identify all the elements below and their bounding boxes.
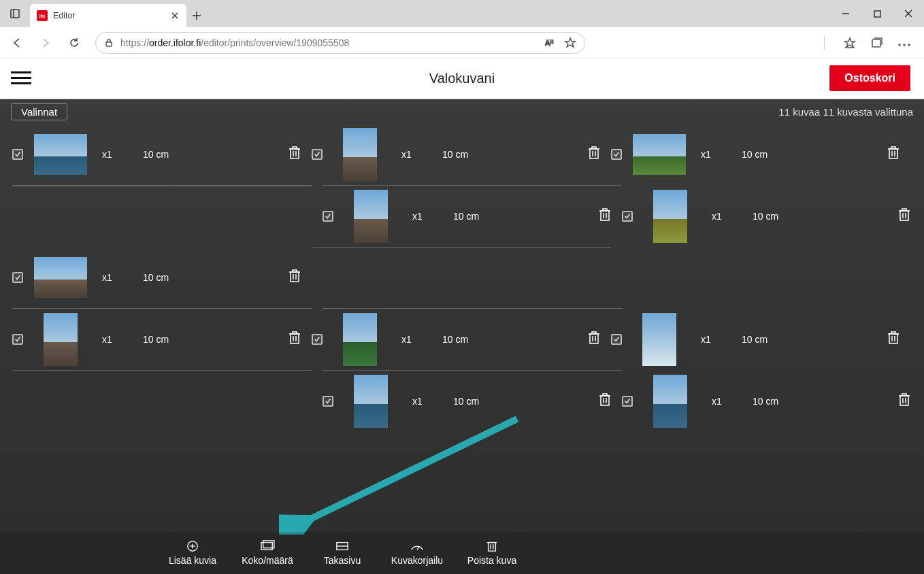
thumbnail[interactable] (642, 313, 676, 366)
menu-icon[interactable] (11, 68, 31, 88)
svg-rect-67 (900, 396, 908, 405)
thumbnail[interactable] (354, 375, 388, 428)
delete-item-button[interactable] (599, 208, 611, 224)
trash-icon (887, 331, 900, 345)
refresh-button[interactable] (61, 30, 87, 56)
photo-item: x1 10 cm (306, 309, 606, 370)
back-button[interactable] (4, 30, 30, 56)
delete-item-button[interactable] (887, 331, 900, 348)
svg-rect-32 (601, 211, 609, 220)
add-images-button[interactable]: Lisää kuvia (163, 540, 222, 566)
thumbnail[interactable] (653, 190, 687, 243)
delete-item-button[interactable] (898, 393, 910, 409)
photo-item: x1 10 cm (7, 309, 306, 370)
more-icon[interactable] (898, 44, 910, 46)
select-checkbox[interactable] (312, 149, 323, 160)
read-aloud-icon[interactable]: A⁾⁾ (545, 37, 557, 49)
quantity-label: x1 (701, 334, 742, 345)
delete-button[interactable]: Poista kuva (463, 540, 521, 566)
minimize-button[interactable] (830, 0, 861, 27)
maximize-button[interactable] (861, 0, 893, 27)
photo-item: x1 10 cm (616, 371, 916, 432)
select-checkbox[interactable] (312, 334, 323, 345)
new-tab-button[interactable] (186, 4, 207, 27)
app-header: Valokuvani Ostoskori (0, 58, 924, 99)
trash-icon (898, 208, 910, 222)
photo-item: x1 10 cm (317, 186, 616, 247)
size-label: 10 cm (453, 396, 514, 407)
svg-rect-13 (872, 39, 880, 47)
thumbnail[interactable] (343, 313, 377, 366)
select-checkbox[interactable] (12, 334, 23, 345)
photo-item: x1 10 cm (7, 247, 306, 308)
quantity-label: x1 (102, 149, 143, 160)
trash-icon (599, 208, 611, 222)
select-checkbox[interactable] (12, 149, 23, 160)
svg-rect-47 (291, 334, 299, 343)
collections-icon[interactable] (871, 37, 883, 49)
select-checkbox[interactable] (611, 149, 622, 160)
quantity-label: x1 (412, 211, 453, 222)
svg-rect-0 (11, 10, 19, 18)
photo-item: x1 10 cm (317, 371, 616, 432)
backside-button[interactable]: Takasivu (313, 540, 372, 566)
main-area: Valinnat 11 kuvaa 11 kuvasta valittuna x… (0, 99, 924, 574)
favorite-icon[interactable] (564, 37, 576, 49)
size-label: 10 cm (753, 396, 814, 407)
select-checkbox[interactable] (12, 272, 23, 283)
photo-item: x1 10 cm (606, 309, 905, 370)
thumbnail[interactable] (354, 190, 388, 243)
favicon-icon: ifo (37, 10, 48, 21)
svg-rect-31 (891, 147, 895, 149)
photo-item: x1 10 cm (606, 124, 905, 185)
quantity-label: x1 (401, 334, 442, 345)
svg-rect-41 (902, 209, 906, 211)
size-label: 10 cm (742, 334, 803, 345)
delete-item-button[interactable] (599, 393, 611, 409)
svg-rect-37 (900, 211, 908, 220)
size-label: 10 cm (143, 272, 204, 283)
delete-item-button[interactable] (288, 269, 301, 286)
favorites-bar-icon[interactable] (844, 37, 856, 49)
thumbnail[interactable] (44, 313, 78, 366)
address-row: https://order.ifolor.fi/editor/prints/ov… (0, 27, 924, 58)
delete-item-button[interactable] (288, 146, 301, 163)
delete-item-button[interactable] (288, 331, 301, 348)
url-bar[interactable]: https://order.ifolor.fi/editor/prints/ov… (95, 32, 585, 54)
svg-rect-56 (592, 332, 596, 334)
tab-close-icon[interactable] (170, 11, 180, 20)
options-button[interactable]: Valinnat (11, 103, 67, 120)
select-checkbox[interactable] (323, 211, 333, 222)
delete-item-button[interactable] (887, 146, 900, 163)
select-checkbox[interactable] (323, 396, 333, 407)
close-window-button[interactable] (893, 0, 924, 27)
quantity-label: x1 (412, 396, 453, 407)
thumbnail[interactable] (34, 257, 87, 298)
browser-tab[interactable]: ifo Editor (30, 4, 186, 27)
delete-item-button[interactable] (588, 146, 600, 163)
thumbnail[interactable] (653, 375, 687, 428)
cart-button[interactable]: Ostoskori (829, 65, 910, 91)
select-checkbox[interactable] (622, 211, 633, 222)
thumbnail[interactable] (34, 134, 87, 175)
url-path: /editor/prints/overview/1909055508 (201, 37, 349, 48)
select-checkbox[interactable] (611, 334, 622, 345)
delete-item-button[interactable] (898, 208, 910, 224)
svg-point-15 (904, 44, 905, 46)
size-label: 10 cm (453, 211, 514, 222)
select-checkbox[interactable] (622, 396, 633, 407)
svg-rect-17 (291, 149, 299, 158)
forward-button[interactable] (33, 30, 59, 56)
browser-chrome: ifo Editor https://order.ifolor.fi/edito… (0, 0, 924, 58)
svg-point-14 (899, 44, 900, 46)
trash-icon (288, 269, 301, 283)
delete-item-button[interactable] (588, 331, 600, 348)
thumbnail[interactable] (343, 128, 377, 181)
size-qty-button[interactable]: Koko/määrä (238, 540, 297, 566)
url-domain: order.ifolor.fi (149, 37, 201, 48)
correction-button[interactable]: Kuvakorjailu (388, 540, 446, 566)
tab-actions-icon[interactable] (0, 0, 30, 27)
size-label: 10 cm (143, 334, 204, 345)
svg-rect-7 (874, 11, 880, 17)
thumbnail[interactable] (633, 134, 686, 175)
